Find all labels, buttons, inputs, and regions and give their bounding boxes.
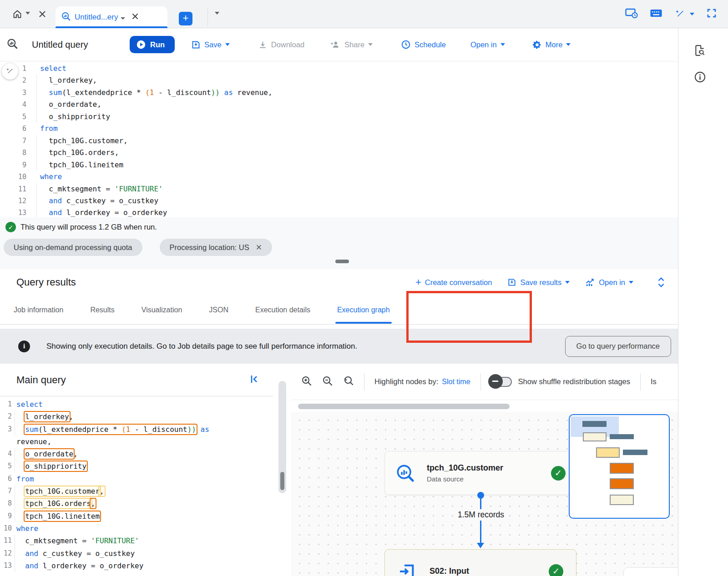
line-number: 4 bbox=[0, 448, 12, 460]
query-suggestion-icon[interactable] bbox=[2, 63, 18, 80]
tab-list-caret-icon[interactable] bbox=[215, 12, 219, 15]
collapse-panel-icon[interactable] bbox=[248, 374, 259, 386]
code-line: 11 c_mktsegment = 'FURNITURE' bbox=[0, 183, 678, 195]
query-tab[interactable]: Untitled...ery bbox=[56, 6, 167, 28]
code-line: 10where bbox=[0, 171, 678, 183]
minimap-dark-bar bbox=[623, 450, 647, 455]
share-button[interactable]: Share bbox=[330, 40, 373, 50]
graph-canvas[interactable]: tpch_10G.customer Data source ✓ 1.5M rec… bbox=[291, 400, 678, 576]
shuffle-stages-toggle[interactable] bbox=[491, 377, 512, 387]
keyboard-shortcuts-icon[interactable] bbox=[650, 8, 662, 20]
line-number: 13 bbox=[0, 207, 26, 217]
panel-resize-handle[interactable] bbox=[335, 260, 349, 263]
tab-execution-graph[interactable]: Execution graph bbox=[337, 296, 390, 324]
schedule-button[interactable]: Schedule bbox=[401, 40, 446, 50]
highlight-box-pale: tpch_10G.customer bbox=[25, 487, 100, 496]
go-to-query-performance-button[interactable]: Go to query performance bbox=[565, 336, 671, 357]
line-number: 3 bbox=[0, 423, 12, 436]
highlight-box-orange: sum(l_extendedprice * (1 - l_discount)) bbox=[25, 425, 196, 434]
query-type-icon bbox=[6, 38, 18, 51]
code-line: 4 o_orderdate, bbox=[0, 448, 273, 460]
code-line: 7 tpch_10G.customer, bbox=[0, 485, 273, 497]
more-button[interactable]: More bbox=[532, 40, 571, 50]
save-icon bbox=[191, 40, 201, 50]
graph-node-s02-input[interactable]: S02: Input ✓ bbox=[384, 549, 576, 576]
graph-node-partial[interactable] bbox=[623, 567, 678, 576]
expand-collapse-results-icon[interactable] bbox=[657, 277, 665, 288]
save-results-button[interactable]: Save results bbox=[507, 278, 570, 287]
run-button[interactable]: Run bbox=[130, 36, 175, 53]
tab-caret-icon[interactable] bbox=[121, 13, 125, 21]
tab-execution-details[interactable]: Execution details bbox=[255, 296, 310, 324]
node-title: S02: Input bbox=[430, 566, 549, 576]
home-menu-caret-icon[interactable] bbox=[25, 12, 30, 15]
scrollbar-thumb[interactable] bbox=[280, 472, 284, 490]
create-conversation-button[interactable]: + Create conversation bbox=[415, 276, 492, 288]
horizontal-scrollbar[interactable] bbox=[298, 404, 510, 409]
line-number: 7 bbox=[0, 485, 12, 497]
line-number: 13 bbox=[0, 560, 12, 572]
info-panel-icon[interactable] bbox=[694, 71, 706, 85]
query-results-title: Query results bbox=[16, 276, 415, 288]
clock-icon bbox=[401, 40, 411, 50]
code-line: 10where bbox=[0, 522, 273, 535]
line-number: 5 bbox=[0, 460, 12, 472]
play-icon bbox=[136, 40, 146, 50]
home-icon[interactable] bbox=[12, 9, 23, 20]
valid-check-icon: ✓ bbox=[5, 222, 16, 232]
search-tab-history-icon[interactable] bbox=[694, 45, 706, 58]
line-number: 7 bbox=[0, 135, 26, 147]
highlight-mode-select[interactable]: Slot time bbox=[442, 378, 470, 386]
query-results-header: Query results + Create conversation Save… bbox=[0, 269, 678, 296]
query-setting-chip[interactable]: Processing location: US✕ bbox=[160, 239, 272, 256]
tab-visualization[interactable]: Visualization bbox=[142, 296, 182, 324]
tab-job-information[interactable]: Job information bbox=[14, 296, 63, 324]
highlight-nodes-label: Highlight nodes by: bbox=[374, 377, 438, 386]
highlight-box-orange: o_shippriority bbox=[25, 462, 86, 471]
edge-arrow-icon bbox=[477, 543, 484, 548]
open-in-button[interactable]: Open in bbox=[470, 40, 505, 49]
fullscreen-icon[interactable] bbox=[706, 8, 717, 20]
line-number: 11 bbox=[0, 183, 26, 195]
query-toolbar: Untitled query Run Save Download Share S… bbox=[0, 28, 678, 61]
sql-generation-icon[interactable] bbox=[674, 8, 694, 20]
code-line: 8 tpch_10G.orders, bbox=[0, 147, 678, 159]
code-line: 1select bbox=[0, 63, 678, 75]
zoom-out-icon[interactable] bbox=[322, 376, 333, 388]
zoom-in-icon[interactable] bbox=[301, 376, 312, 388]
code-line: 12 and c_custkey = o_custkey bbox=[0, 547, 273, 560]
bigquery-console: Untitled...ery + bbox=[0, 0, 728, 576]
highlight-box-orange: , bbox=[91, 499, 96, 508]
zoom-reset-icon[interactable] bbox=[343, 376, 354, 388]
graph-minimap[interactable] bbox=[569, 414, 670, 519]
query-setting-chip[interactable]: Using on-demand processing quota bbox=[4, 239, 142, 256]
sql-editor[interactable]: 1select2 l_orderkey,3 sum(l_extendedpric… bbox=[0, 61, 678, 217]
graph-node-datasource[interactable]: tpch_10G.customer Data source ✓ bbox=[384, 451, 579, 495]
new-tab-button[interactable]: + bbox=[179, 12, 192, 25]
close-tab-icon[interactable] bbox=[131, 12, 140, 23]
shuffle-stages-label: Show shuffle redistribution stages bbox=[518, 377, 630, 386]
line-number: 3 bbox=[0, 87, 26, 99]
download-button[interactable]: Download bbox=[258, 40, 304, 50]
tab-results[interactable]: Results bbox=[90, 296, 114, 324]
code-line: 7 tpch_10G.customer, bbox=[0, 135, 678, 147]
results-tab-bar: Job informationResultsVisualizationJSONE… bbox=[0, 296, 678, 325]
code-line: 1select bbox=[0, 398, 273, 411]
clipped-toolbar-label: Is bbox=[651, 377, 657, 386]
query-validation-message: ✓ This query will process 1.2 GB when ru… bbox=[0, 217, 678, 232]
chip-close-icon[interactable]: ✕ bbox=[256, 243, 262, 252]
code-line: 9 tpch_10G.lineitem bbox=[0, 159, 678, 171]
highlight-box-pale: , bbox=[100, 487, 104, 496]
device-schedule-icon[interactable] bbox=[625, 7, 638, 21]
line-number: 6 bbox=[0, 473, 12, 485]
tab-bar: Untitled...ery + bbox=[0, 0, 728, 28]
close-home-tab-icon[interactable] bbox=[37, 9, 47, 19]
code-line: 3 sum(l_extendedprice * (1 - l_discount)… bbox=[0, 423, 273, 436]
vertical-scrollbar[interactable] bbox=[278, 381, 286, 493]
chart-icon bbox=[585, 278, 595, 287]
open-results-in-button[interactable]: Open in bbox=[585, 278, 633, 287]
info-icon: i bbox=[18, 341, 30, 352]
save-button[interactable]: Save bbox=[191, 40, 230, 50]
tab-json[interactable]: JSON bbox=[209, 296, 228, 324]
code-line: 13 and l_orderkey = o_orderkey bbox=[0, 207, 678, 217]
